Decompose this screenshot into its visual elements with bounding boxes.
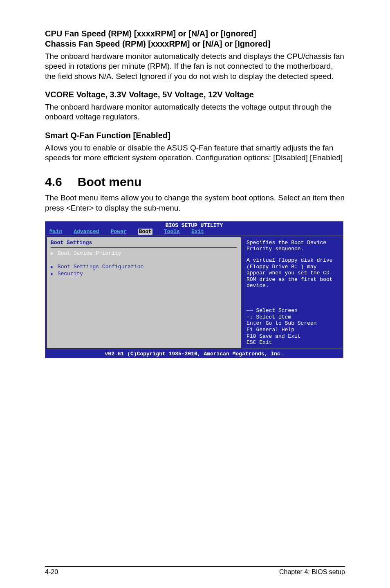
triangle-icon: ▶ — [51, 271, 54, 276]
bios-tab-power[interactable]: Power — [111, 229, 127, 235]
bios-tab-boot[interactable]: Boot — [138, 229, 152, 235]
bios-key-line: ←→ Select Screen — [247, 307, 338, 314]
bios-item-security[interactable]: ▶ Security — [51, 271, 237, 277]
bios-tab-tools[interactable]: Tools — [164, 229, 180, 235]
chapter-label: Chapter 4: BIOS setup — [279, 568, 345, 576]
bios-left-panel: Boot Settings ▶ Boot Device Priority ▶ B… — [46, 237, 241, 349]
bios-title: BIOS SETUP UTILITY — [45, 222, 343, 229]
bios-title-bar: BIOS SETUP UTILITY Main Advanced Power B… — [45, 221, 343, 236]
page-number: 4-20 — [45, 568, 58, 576]
page-footer: 4-20 Chapter 4: BIOS setup — [45, 566, 345, 576]
bios-right-panel: Specifies the Boot Device Priority seque… — [243, 237, 342, 349]
heading-line-2: Chassis Fan Speed (RPM) [xxxxRPM] or [N/… — [45, 39, 270, 48]
bios-left-heading: Boot Settings — [51, 240, 237, 248]
bios-key-line: ESC Exit — [247, 339, 338, 346]
bios-item-boot-device-priority[interactable]: ▶ Boot Device Priority — [51, 250, 237, 256]
page: CPU Fan Speed (RPM) [xxxxRPM] or [N/A] o… — [0, 0, 390, 588]
bios-tab-main[interactable]: Main — [49, 229, 62, 235]
bios-item-boot-settings-config[interactable]: ▶ Boot Settings Configuration — [51, 264, 237, 270]
bios-footer: v02.61 (C)Copyright 1985-2010, American … — [45, 350, 343, 358]
bios-tabs: Main Advanced Power Boot Tools Exit — [45, 229, 343, 236]
section-title: 4.6Boot menu — [45, 175, 345, 189]
heading-qfan: Smart Q-Fan Function [Enabled] — [45, 130, 345, 141]
bios-tab-exit[interactable]: Exit — [191, 229, 204, 235]
bios-help-note: A virtual floppy disk drive (Floppy Driv… — [247, 257, 338, 289]
section-name: Boot menu — [78, 175, 142, 189]
bios-item-label: Boot Settings Configuration — [58, 264, 144, 270]
section-intro: The Boot menu items allow you to change … — [45, 193, 345, 213]
bios-key-line: F10 Save and Exit — [247, 333, 338, 340]
bios-screenshot: BIOS SETUP UTILITY Main Advanced Power B… — [45, 221, 343, 358]
heading-line-1: CPU Fan Speed (RPM) [xxxxRPM] or [N/A] o… — [45, 29, 256, 38]
bios-key-line: ↑↓ Select Item — [247, 314, 338, 321]
bios-item-label: Security — [58, 271, 83, 277]
paragraph-cpu-fan: The onboard hardware monitor automatical… — [45, 52, 345, 81]
paragraph-vcore: The onboard hardware monitor automatical… — [45, 102, 345, 122]
section-number: 4.6 — [45, 175, 62, 189]
bios-key-help: ←→ Select Screen ↑↓ Select Item Enter Go… — [247, 299, 338, 346]
bios-key-line: Enter Go to Sub Screen — [247, 320, 338, 327]
bios-item-label: Boot Device Priority — [58, 250, 121, 256]
bios-help-desc: Specifies the Boot Device Priority seque… — [247, 240, 338, 252]
bios-key-line: F1 General Help — [247, 327, 338, 333]
spacer — [51, 257, 237, 263]
paragraph-qfan: Allows you to enable or disable the ASUS… — [45, 143, 345, 163]
bios-body: Boot Settings ▶ Boot Device Priority ▶ B… — [45, 236, 343, 350]
heading-cpu-fan: CPU Fan Speed (RPM) [xxxxRPM] or [N/A] o… — [45, 29, 345, 49]
bios-tab-advanced[interactable]: Advanced — [74, 229, 99, 235]
heading-vcore: VCORE Voltage, 3.3V Voltage, 5V Voltage,… — [45, 90, 345, 100]
triangle-icon: ▶ — [51, 264, 54, 269]
triangle-icon: ▶ — [51, 251, 54, 256]
